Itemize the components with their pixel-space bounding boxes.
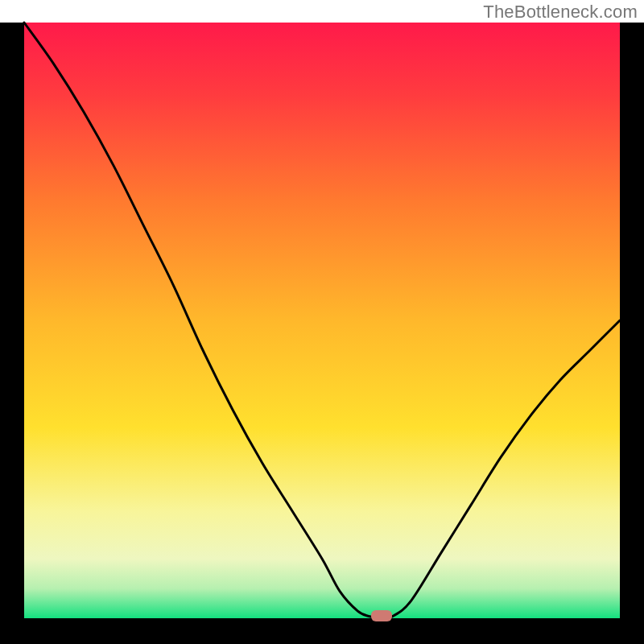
bottleneck-chart [0,0,644,644]
attribution-label: TheBottleneck.com [483,2,638,23]
chart-container: TheBottleneck.com [0,0,644,644]
plot-area [24,23,620,621]
minimum-marker [371,610,392,621]
gradient-background [24,23,620,618]
